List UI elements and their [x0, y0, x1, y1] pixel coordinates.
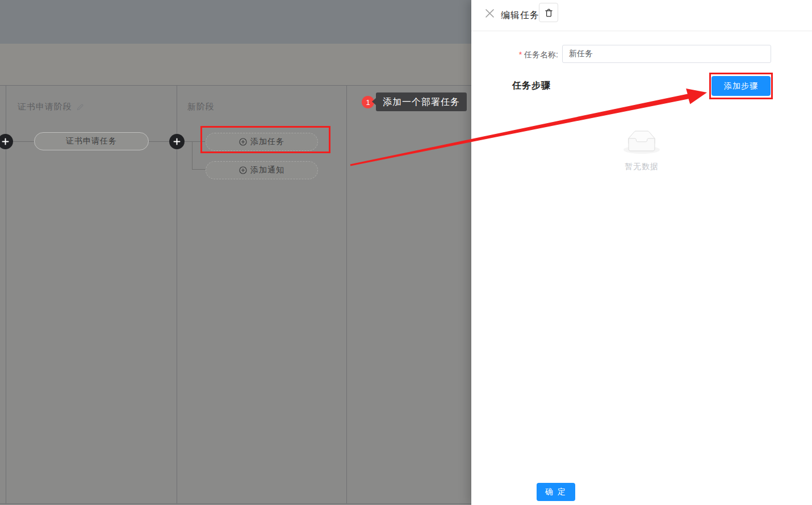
stage-title-text: 新阶段	[187, 102, 215, 112]
circle-plus-icon	[239, 138, 247, 146]
empty-text: 暂无数据	[471, 162, 812, 172]
task-name-label: *任务名称:	[471, 50, 558, 60]
stage-title-cert-apply: 证书申请阶段	[18, 102, 84, 112]
add-task-label: 添加任务	[250, 137, 284, 147]
required-asterisk: *	[519, 50, 522, 59]
stage-divider	[346, 85, 347, 503]
drawer-title: 编辑任务	[501, 0, 539, 31]
stage-bottom-border	[0, 503, 471, 504]
edit-pencil-icon[interactable]	[76, 103, 84, 111]
delete-task-button[interactable]	[539, 3, 558, 22]
close-icon[interactable]	[484, 7, 495, 19]
add-task-button[interactable]: 添加任务	[206, 133, 318, 151]
empty-state: 暂无数据	[471, 131, 812, 172]
connector-line	[192, 141, 192, 170]
edit-task-drawer: 编辑任务 *任务名称: 任务步骤 添加步骤 暂无数据 确 定	[471, 0, 812, 505]
plus-icon	[2, 138, 9, 145]
add-stage-plus-button[interactable]	[169, 134, 185, 149]
empty-box-icon	[623, 131, 660, 154]
circle-plus-icon	[239, 166, 247, 174]
stage-title-text: 证书申请阶段	[18, 102, 72, 112]
confirm-button[interactable]: 确 定	[537, 483, 575, 501]
guide-tooltip: 添加一个部署任务	[376, 92, 467, 111]
connector-line	[185, 141, 206, 142]
close-x-glyph	[485, 9, 495, 18]
task-name-input[interactable]	[562, 45, 771, 63]
add-notification-label: 添加通知	[250, 165, 284, 175]
connector-line	[192, 169, 206, 170]
add-notification-button[interactable]: 添加通知	[206, 161, 318, 179]
task-node-cert-apply[interactable]: 证书申请任务	[34, 132, 149, 150]
task-node-label: 证书申请任务	[66, 136, 117, 146]
task-steps-heading: 任务步骤	[512, 80, 551, 92]
drawer-header: 编辑任务	[471, 0, 812, 31]
stage-title-new-stage: 新阶段	[187, 102, 215, 112]
trash-icon	[544, 8, 554, 18]
plus-icon	[173, 138, 181, 145]
add-step-button[interactable]: 添加步骤	[711, 76, 771, 96]
